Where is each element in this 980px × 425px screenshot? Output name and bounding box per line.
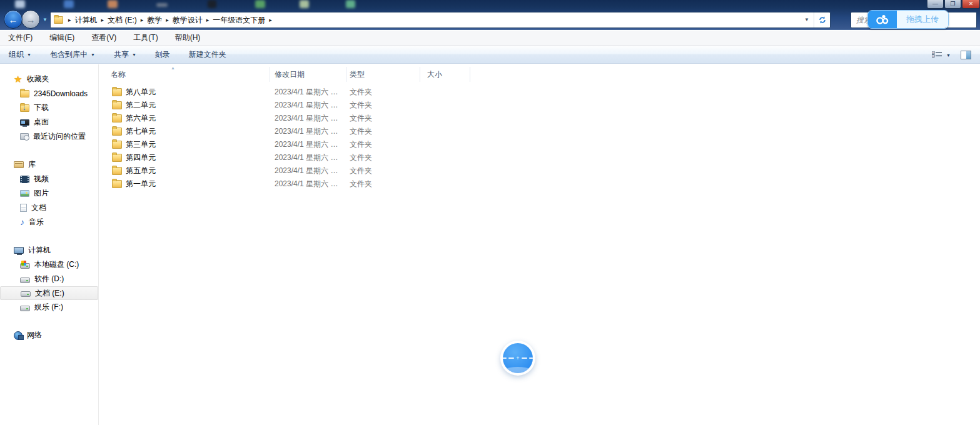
pictures-icon: [20, 190, 29, 197]
address-bar[interactable]: ▸ 计算机 ▸ 文档 (E:) ▸ 教学 ▸ 教学设计 ▸ 一年级语文下册 ▸ …: [50, 12, 831, 28]
file-date: 2023/4/1 星期六 …: [275, 112, 338, 125]
refresh-button[interactable]: [814, 12, 830, 28]
netdisk-drag-upload-button[interactable]: 拖拽上传: [867, 10, 949, 29]
organize-button[interactable]: 组织 ▼: [9, 49, 31, 60]
file-name: 第八单元: [126, 86, 156, 99]
dash-decoration: [522, 358, 527, 359]
column-headers: ▲ 名称 修改日期 类型 大小: [99, 67, 980, 82]
sidebar-item-recent-places[interactable]: 最近访问的位置: [0, 129, 98, 144]
sidebar-item-documents[interactable]: 文档: [0, 201, 98, 215]
forward-button[interactable]: →: [21, 10, 40, 29]
minimize-button[interactable]: —: [927, 0, 944, 9]
sidebar-item-local-disk-c[interactable]: 本地磁盘 (C:): [0, 258, 98, 272]
breadcrumb-drive-e[interactable]: 文档 (E:): [108, 15, 137, 26]
address-history-dropdown[interactable]: ▼: [800, 12, 814, 28]
libraries-icon: [14, 161, 24, 168]
sidebar-item-label: 图片: [34, 188, 49, 199]
music-note-icon: ♪: [20, 218, 24, 226]
file-date: 2023/4/1 星期六 …: [275, 151, 338, 164]
sidebar-item-label: 2345Downloads: [34, 89, 88, 98]
forward-arrow-icon: →: [26, 14, 36, 25]
preview-pane-button[interactable]: [961, 51, 971, 59]
burn-button[interactable]: 刻录: [155, 49, 170, 60]
folder-icon: [112, 167, 122, 175]
sidebar-section-computer[interactable]: 计算机: [0, 243, 98, 258]
folder-icon: [112, 141, 122, 149]
sidebar-item-pictures[interactable]: 图片: [0, 186, 98, 201]
recent-pages-dropdown[interactable]: ▼: [43, 17, 48, 22]
sidebar-item-label: 桌面: [34, 117, 49, 128]
share-button[interactable]: 共享 ▼: [114, 49, 136, 60]
file-name: 第六单元: [126, 112, 156, 125]
sidebar-item-videos[interactable]: 视频: [0, 172, 98, 186]
breadcrumb-current-folder[interactable]: 一年级语文下册: [213, 15, 265, 26]
new-folder-button[interactable]: 新建文件夹: [189, 49, 226, 60]
chevron-down-icon: ▼: [27, 52, 31, 57]
maximize-button[interactable]: ❐: [944, 0, 961, 9]
views-icon: [932, 51, 943, 59]
libraries-label: 库: [28, 159, 36, 170]
sidebar-section-libraries[interactable]: 库: [0, 158, 98, 172]
include-in-library-button[interactable]: 包含到库中 ▼: [50, 49, 95, 60]
breadcrumb-computer[interactable]: 计算机: [75, 15, 98, 26]
file-date: 2023/4/1 星期六 …: [275, 125, 338, 138]
menu-help[interactable]: 帮助(H): [175, 32, 201, 43]
file-name: 第三单元: [126, 138, 156, 151]
table-row[interactable]: 第一单元 2023/4/1 星期六 … 文件夹: [99, 178, 980, 191]
change-view-button[interactable]: ▼: [932, 51, 951, 59]
sidebar-item-desktop[interactable]: 桌面: [0, 115, 98, 129]
network-icon: [14, 331, 23, 340]
close-button[interactable]: ✕: [962, 0, 980, 9]
refresh-icon: [818, 16, 827, 24]
drive-icon: [21, 291, 31, 297]
organize-label: 组织: [9, 49, 24, 60]
netdisk-ball-face: +: [503, 343, 533, 373]
breadcrumb-separator[interactable]: ▸: [141, 17, 144, 23]
plus-icon: +: [516, 356, 519, 361]
breadcrumb-lesson-design[interactable]: 教学设计: [173, 15, 203, 26]
desktop-icon-blob: [346, 0, 355, 8]
breadcrumb-separator[interactable]: ▸: [101, 17, 104, 23]
breadcrumb-teaching[interactable]: 教学: [147, 15, 162, 26]
menu-file[interactable]: 文件(F): [8, 32, 33, 43]
desktop-icon-blob: [300, 0, 309, 8]
menu-edit[interactable]: 编辑(E): [49, 32, 74, 43]
sidebar-item-drive-d[interactable]: 软件 (D:): [0, 272, 98, 286]
back-button[interactable]: ←: [4, 10, 23, 29]
column-header-date[interactable]: 修改日期: [275, 69, 305, 80]
table-row[interactable]: 第六单元 2023/4/1 星期六 … 文件夹: [99, 112, 980, 125]
column-header-name[interactable]: 名称: [111, 69, 126, 80]
file-date: 2023/4/1 星期六 …: [275, 138, 338, 151]
table-row[interactable]: 第八单元 2023/4/1 星期六 … 文件夹: [99, 86, 980, 99]
breadcrumb-separator[interactable]: ▸: [206, 17, 210, 23]
breadcrumb-separator[interactable]: ▸: [269, 17, 272, 23]
desktop-icon-blob: [15, 0, 25, 8]
netdisk-float-ball[interactable]: +: [500, 341, 535, 376]
folder-icon: [112, 114, 122, 122]
burn-label: 刻录: [155, 49, 170, 60]
sidebar-item-drive-f[interactable]: 娱乐 (F:): [0, 300, 98, 314]
sidebar-item-2345downloads[interactable]: 2345Downloads: [0, 86, 98, 101]
table-row[interactable]: 第七单元 2023/4/1 星期六 … 文件夹: [99, 125, 980, 138]
table-row[interactable]: 第二单元 2023/4/1 星期六 … 文件夹: [99, 99, 980, 112]
column-header-type[interactable]: 类型: [350, 69, 365, 80]
folder-icon: [112, 88, 122, 96]
table-row[interactable]: 第五单元 2023/4/1 星期六 … 文件夹: [99, 164, 980, 178]
table-row[interactable]: 第四单元 2023/4/1 星期六 … 文件夹: [99, 151, 980, 164]
menu-view[interactable]: 查看(V): [91, 32, 116, 43]
sidebar-item-drive-e[interactable]: 文档 (E:): [0, 286, 98, 300]
drag-upload-label: 拖拽上传: [897, 11, 948, 28]
table-row[interactable]: 第三单元 2023/4/1 星期六 … 文件夹: [99, 138, 980, 151]
column-header-size[interactable]: 大小: [427, 69, 442, 80]
menu-tools[interactable]: 工具(T): [133, 32, 158, 43]
sidebar-section-favorites[interactable]: ★ 收藏夹: [0, 72, 98, 86]
file-date: 2023/4/1 星期六 …: [275, 164, 338, 178]
breadcrumb-separator[interactable]: ▸: [166, 17, 169, 23]
back-arrow-icon: ←: [9, 14, 18, 25]
file-rows: 第八单元 2023/4/1 星期六 … 文件夹 第二单元 2023/4/1 星期…: [99, 86, 980, 191]
sidebar-section-network[interactable]: 网络: [0, 328, 98, 342]
desktop-icon-blob: [156, 3, 168, 7]
desktop-icon-blob: [255, 0, 265, 8]
sidebar-item-downloads[interactable]: 下载: [0, 101, 98, 115]
sidebar-item-music[interactable]: ♪ 音乐: [0, 215, 98, 229]
